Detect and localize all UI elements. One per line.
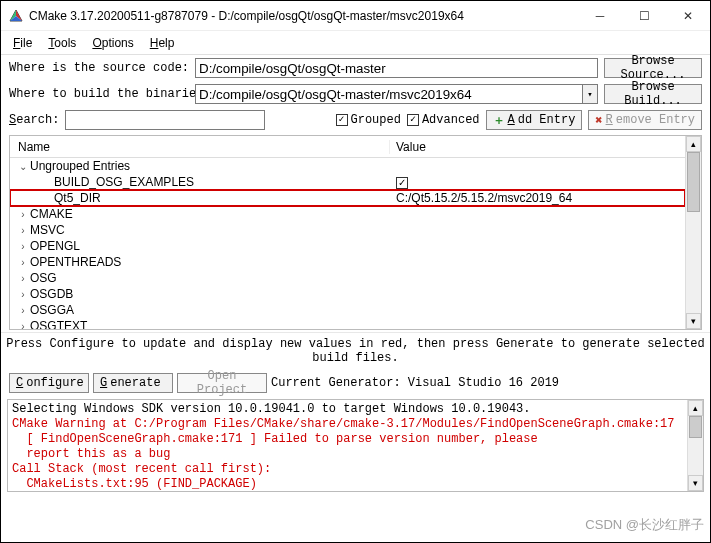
entry-name: OPENGL [30,239,80,253]
search-input[interactable] [65,110,265,130]
advanced-checkbox[interactable]: ✓Advanced [407,113,480,127]
browse-source-button[interactable]: Browse Source... [604,58,702,78]
menu-file[interactable]: File [7,34,38,52]
entry-name: MSVC [30,223,65,237]
watermark: CSDN @长沙红胖子 [585,516,704,534]
build-path-input[interactable] [195,84,582,104]
chevron-down-icon[interactable]: ⌄ [18,161,28,172]
entry-name: Ungrouped Entries [30,159,130,173]
menu-tools[interactable]: Tools [42,34,82,52]
table-row[interactable]: ›OSGGA [10,302,685,318]
grouped-checkbox[interactable]: ✓Grouped [336,113,401,127]
add-entry-button[interactable]: ＋Add Entry [486,110,583,130]
source-path-input[interactable] [195,58,598,78]
menu-help[interactable]: Help [144,34,181,52]
scroll-up-icon[interactable]: ▴ [686,136,701,152]
col-value[interactable]: Value [390,140,685,154]
table-row[interactable]: Qt5_DIRC:/Qt5.15.2/5.15.2/msvc2019_64 [10,190,685,206]
build-label: Where to build the binaries: [9,87,189,101]
scroll-thumb[interactable] [689,416,702,438]
output-log: Selecting Windows SDK version 10.0.19041… [7,399,704,492]
entry-name: BUILD_OSG_EXAMPLES [54,175,194,189]
table-row[interactable]: ›MSVC [10,222,685,238]
browse-build-button[interactable]: Browse Build... [604,84,702,104]
window-title: CMake 3.17.20200511-g8787079 - D:/compil… [29,9,578,23]
table-scrollbar[interactable]: ▴ ▾ [685,136,701,329]
col-name[interactable]: Name [10,140,390,154]
menu-options[interactable]: Options [86,34,139,52]
chevron-right-icon[interactable]: › [18,273,28,284]
remove-icon: ✖ [595,113,602,128]
value-checkbox[interactable]: ✓ [396,177,408,189]
generate-button[interactable]: Generate [93,373,173,393]
scroll-thumb[interactable] [687,152,700,212]
entry-name: OSGDB [30,287,73,301]
table-row[interactable]: BUILD_OSG_EXAMPLES✓ [10,174,685,190]
chevron-right-icon[interactable]: › [18,225,28,236]
table-row[interactable]: ›OSGDB [10,286,685,302]
table-row[interactable]: ›OSGTEXT [10,318,685,329]
close-button[interactable]: ✕ [666,2,710,30]
chevron-right-icon[interactable]: › [18,321,28,329]
chevron-right-icon[interactable]: › [18,209,28,220]
entry-name: OSGGA [30,303,74,317]
scroll-down-icon[interactable]: ▾ [688,475,703,491]
plus-icon: ＋ [493,112,505,129]
scroll-up-icon[interactable]: ▴ [688,400,703,416]
entry-name: OPENTHREADS [30,255,121,269]
chevron-right-icon[interactable]: › [18,289,28,300]
entry-name: CMAKE [30,207,73,221]
maximize-button[interactable]: ☐ [622,2,666,30]
log-scrollbar[interactable]: ▴ ▾ [687,400,703,491]
value-text[interactable]: C:/Qt5.15.2/5.15.2/msvc2019_64 [396,191,572,205]
entry-name: OSG [30,271,57,285]
table-row[interactable]: ›OSG [10,270,685,286]
table-row[interactable]: ›OPENGL [10,238,685,254]
minimize-button[interactable]: ─ [578,2,622,30]
menubar: File Tools Options Help [1,31,710,55]
hint-text: Press Configure to update and display ne… [1,332,710,369]
chevron-right-icon[interactable]: › [18,257,28,268]
entry-name: OSGTEXT [30,319,87,329]
titlebar: CMake 3.17.20200511-g8787079 - D:/compil… [1,1,710,31]
log-text[interactable]: Selecting Windows SDK version 10.0.19041… [8,400,687,491]
chevron-right-icon[interactable]: › [18,241,28,252]
open-project-button[interactable]: Open Project [177,373,267,393]
chevron-right-icon[interactable]: › [18,305,28,316]
configure-button[interactable]: Configure [9,373,89,393]
cache-table: Name Value ⌄Ungrouped EntriesBUILD_OSG_E… [9,135,702,330]
app-logo-icon [9,9,23,23]
source-label: Where is the source code: [9,61,189,75]
search-label: Search: [9,113,59,127]
current-generator: Current Generator: Visual Studio 16 2019 [271,376,559,390]
remove-entry-button[interactable]: ✖Remove Entry [588,110,702,130]
table-row[interactable]: ›OPENTHREADS [10,254,685,270]
scroll-down-icon[interactable]: ▾ [686,313,701,329]
table-row[interactable]: ⌄Ungrouped Entries [10,158,685,174]
table-row[interactable]: ›CMAKE [10,206,685,222]
entry-name: Qt5_DIR [54,191,101,205]
build-path-dropdown[interactable]: ▾ [582,84,598,104]
